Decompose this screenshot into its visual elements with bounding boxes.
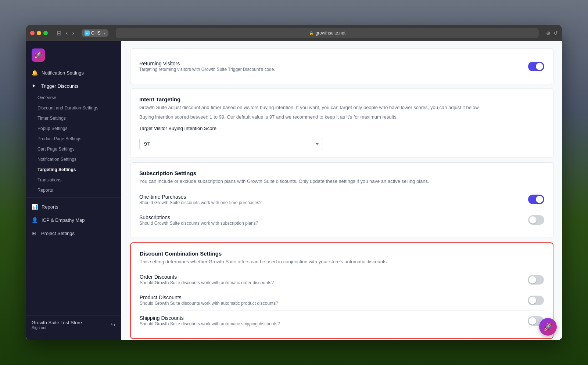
bell-icon: 🔔 <box>32 70 38 76</box>
product-discounts-label: Product Discounts <box>140 294 278 300</box>
person-icon: 👤 <box>32 217 38 223</box>
tab-label: GHS <box>91 30 101 36</box>
subscription-title: Subscription Settings <box>139 170 544 176</box>
one-time-toggle[interactable] <box>528 195 544 204</box>
store-name: Growth Suite Test Store <box>32 320 82 325</box>
returning-visitors-title: Returning Visitors <box>139 61 275 66</box>
main-content: Returning Visitors Targeting returning v… <box>121 41 562 340</box>
sidebar-toggle-icon[interactable]: ⊟ <box>55 29 63 37</box>
sidebar-item-label: Project Settings <box>41 231 75 236</box>
sign-out-icon[interactable]: ↪ <box>111 321 115 328</box>
tab-close[interactable]: ▾ <box>104 31 105 35</box>
reports-icon: 📊 <box>32 204 38 210</box>
nav-buttons: ⊟ ‹ › <box>55 29 76 37</box>
sidebar-sub-discount-duration[interactable]: Discount and Duration Settings <box>26 103 121 113</box>
back-button[interactable]: ‹ <box>64 29 69 37</box>
shipping-discounts-row: Shipping Discounts Should Growth Suite d… <box>140 311 544 331</box>
traffic-lights <box>30 31 48 35</box>
score-select[interactable]: 97 <box>139 138 323 150</box>
sidebar-item-label: Reports <box>42 204 58 210</box>
returning-visitors-toggle[interactable] <box>528 62 544 71</box>
sidebar-item-trigger-discounts[interactable]: ✦ Trigger Discounts <box>26 79 121 93</box>
app-layout: 🚀 🔔 Notification Settings ✦ Trigger Disc… <box>26 41 562 340</box>
sidebar-submenu: Overview Discount and Duration Settings … <box>26 93 121 195</box>
intent-targeting-card: Intent Targeting Growth Suite adjust dis… <box>130 88 553 158</box>
returning-visitors-card: Returning Visitors Targeting returning v… <box>130 48 553 84</box>
subscriptions-row: Subscriptions Should Growth Suite discou… <box>139 210 544 230</box>
shipping-discounts-label: Shipping Discounts <box>140 315 280 321</box>
maximize-button[interactable] <box>43 31 48 35</box>
order-discounts-desc: Should Growth Suite discounts work with … <box>140 280 274 285</box>
shipping-discounts-desc: Should Growth Suite discounts work with … <box>140 321 280 326</box>
subscriptions-label: Subscriptions <box>139 214 258 220</box>
sidebar-item-project-settings[interactable]: ⊞ Project Settings <box>26 227 121 240</box>
sidebar-footer: Growth Suite Test Store Sign out ↪ <box>26 315 121 334</box>
sidebar-sub-product-page[interactable]: Product Page Settings <box>26 134 121 144</box>
order-discounts-label: Order Discounts <box>140 274 274 280</box>
order-discounts-row: Order Discounts Should Growth Suite disc… <box>140 270 544 290</box>
sidebar-sub-translations[interactable]: Translations <box>26 175 121 185</box>
browser-tab[interactable]: ▲ GHS ▾ <box>82 29 108 37</box>
one-time-label: One-time Purchases <box>139 194 262 200</box>
returning-visitors-row: Returning Visitors Targeting returning v… <box>139 56 544 76</box>
url-text: growthsuite.net <box>316 30 345 36</box>
sidebar-item-icp[interactable]: 👤 ICP & Empathy Map <box>26 213 121 227</box>
product-discounts-row: Product Discounts Should Growth Suite di… <box>140 290 544 311</box>
sidebar: 🚀 🔔 Notification Settings ✦ Trigger Disc… <box>26 41 121 340</box>
toolbar-right: ⊕ ↺ <box>546 30 558 36</box>
sidebar-sub-overview[interactable]: Overview <box>26 93 121 103</box>
sidebar-sub-notification[interactable]: Notification Settings <box>26 154 121 165</box>
discount-combination-card: Discount Combination Settings This setti… <box>130 242 553 339</box>
sidebar-item-notification-settings[interactable]: 🔔 Notification Settings <box>26 66 121 79</box>
sidebar-item-reports[interactable]: 📊 Reports <box>26 200 121 213</box>
intent-targeting-title: Intent Targeting <box>139 96 544 102</box>
floating-action-button[interactable]: 🚀 <box>539 318 557 336</box>
lock-icon: 🔒 <box>309 31 313 35</box>
tab-bar: ▲ GHS ▾ <box>82 29 108 37</box>
sign-out-link[interactable]: Sign out <box>32 325 82 330</box>
subscriptions-desc: Should Growth Suite discounts work with … <box>139 221 258 226</box>
sidebar-logo: 🚀 <box>26 41 121 66</box>
returning-visitors-desc: Targeting returning visitors with Growth… <box>139 67 275 72</box>
sidebar-item-label: ICP & Empathy Map <box>42 217 85 223</box>
title-bar: ⊟ ‹ › ▲ GHS ▾ 🔒 growthsuite.net ⊕ ↺ <box>26 25 562 41</box>
sidebar-item-label: Notification Settings <box>42 70 84 76</box>
sidebar-sub-popup-settings[interactable]: Popup Settings <box>26 123 121 134</box>
rocket-icon: 🚀 <box>544 322 553 331</box>
logo-icon: 🚀 <box>32 48 45 62</box>
browser-window: ⊟ ‹ › ▲ GHS ▾ 🔒 growthsuite.net ⊕ ↺ 🚀 <box>26 25 562 340</box>
score-label: Target Visitor Buying Intention Score <box>139 126 544 131</box>
subscription-settings-card: Subscription Settings You can include or… <box>130 162 553 238</box>
sidebar-item-label: Trigger Discounts <box>41 83 78 89</box>
sidebar-sub-timer-settings[interactable]: Timer Settings <box>26 113 121 123</box>
sidebar-divider <box>26 198 121 198</box>
grid-icon: ⊞ <box>32 230 37 236</box>
subscription-desc: You can include or exclude subscription … <box>139 178 544 185</box>
sidebar-sub-cart-page[interactable]: Cart Page Settings <box>26 144 121 154</box>
order-discounts-toggle[interactable] <box>528 275 544 285</box>
sidebar-sub-targeting[interactable]: Targeting Settings <box>26 165 121 175</box>
trigger-icon: ✦ <box>32 83 37 89</box>
tab-icon: ▲ <box>85 30 90 36</box>
minimize-button[interactable] <box>37 31 41 35</box>
product-discounts-desc: Should Growth Suite discounts work with … <box>140 301 278 306</box>
close-button[interactable] <box>30 31 35 35</box>
intent-targeting-desc1: Growth Suite adjust discount and timer b… <box>139 104 544 111</box>
one-time-desc: Should Growth Suite discounts work with … <box>139 200 262 205</box>
url-bar[interactable]: 🔒 growthsuite.net <box>116 28 539 38</box>
product-discounts-toggle[interactable] <box>528 296 544 305</box>
sidebar-sub-reports[interactable]: Reports <box>26 185 121 195</box>
share-icon[interactable]: ⊕ <box>546 30 551 36</box>
reload-icon[interactable]: ↺ <box>553 30 558 36</box>
subscriptions-toggle[interactable] <box>528 215 544 225</box>
discount-combination-desc: This setting determines whether Growth S… <box>140 258 544 265</box>
one-time-purchases-row: One-time Purchases Should Growth Suite d… <box>139 189 544 210</box>
forward-button[interactable]: › <box>71 29 75 37</box>
intent-targeting-desc2: Buying intention scored between 1 to 99.… <box>139 113 544 121</box>
discount-combination-title: Discount Combination Settings <box>140 250 544 257</box>
